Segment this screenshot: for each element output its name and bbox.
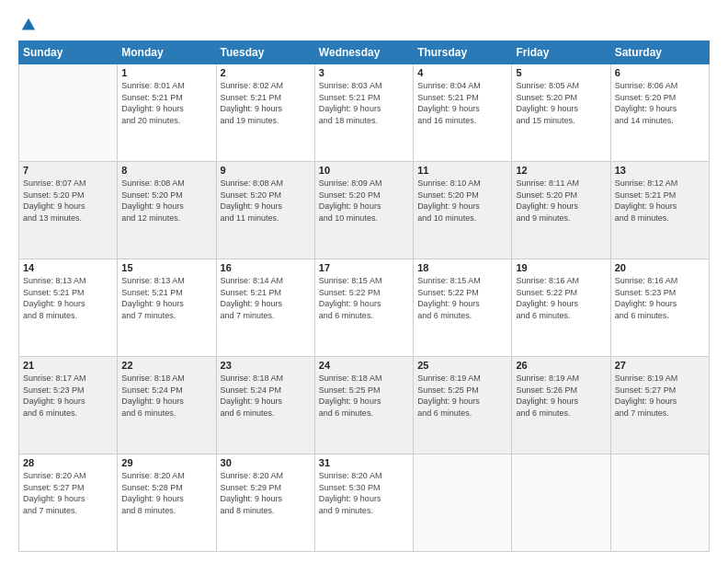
day-number: 10 [319, 165, 409, 176]
calendar-week-row: 14Sunrise: 8:13 AMSunset: 5:21 PMDayligh… [19, 259, 710, 357]
day-number: 26 [516, 360, 606, 371]
day-number: 16 [221, 262, 311, 273]
day-number: 8 [121, 165, 211, 176]
day-number: 18 [417, 262, 507, 273]
calendar-cell: 19Sunrise: 8:16 AMSunset: 5:22 PMDayligh… [512, 259, 610, 357]
day-number: 25 [417, 360, 507, 371]
col-sunday: Sunday [19, 41, 118, 64]
day-info: Sunrise: 8:19 AMSunset: 5:27 PMDaylight:… [615, 373, 705, 419]
calendar-cell: 3Sunrise: 8:03 AMSunset: 5:21 PMDaylight… [314, 64, 413, 162]
day-number: 30 [221, 457, 311, 468]
calendar-cell: 12Sunrise: 8:11 AMSunset: 5:20 PMDayligh… [512, 162, 610, 259]
day-number: 4 [417, 67, 507, 78]
calendar-cell: 23Sunrise: 8:18 AMSunset: 5:24 PMDayligh… [216, 357, 314, 454]
day-number: 9 [221, 165, 311, 176]
calendar-cell: 2Sunrise: 8:02 AMSunset: 5:21 PMDaylight… [216, 64, 314, 162]
day-number: 17 [319, 262, 409, 273]
calendar-week-row: 1Sunrise: 8:01 AMSunset: 5:21 PMDaylight… [19, 64, 710, 162]
day-info: Sunrise: 8:09 AMSunset: 5:20 PMDaylight:… [319, 178, 409, 224]
day-info: Sunrise: 8:20 AMSunset: 5:28 PMDaylight:… [121, 470, 211, 516]
day-number: 7 [23, 165, 113, 176]
day-info: Sunrise: 8:20 AMSunset: 5:29 PMDaylight:… [221, 470, 311, 516]
calendar-cell: 8Sunrise: 8:08 AMSunset: 5:20 PMDaylight… [118, 162, 216, 259]
day-number: 24 [319, 360, 409, 371]
calendar-cell: 7Sunrise: 8:07 AMSunset: 5:20 PMDaylight… [19, 162, 118, 259]
calendar-cell: 22Sunrise: 8:18 AMSunset: 5:24 PMDayligh… [118, 357, 216, 454]
calendar-cell: 27Sunrise: 8:19 AMSunset: 5:27 PMDayligh… [610, 357, 709, 454]
day-number: 20 [615, 262, 705, 273]
calendar-cell: 21Sunrise: 8:17 AMSunset: 5:23 PMDayligh… [19, 357, 118, 454]
day-info: Sunrise: 8:01 AMSunset: 5:21 PMDaylight:… [121, 80, 211, 126]
day-number: 3 [319, 67, 409, 78]
calendar-cell: 4Sunrise: 8:04 AMSunset: 5:21 PMDaylight… [414, 64, 512, 162]
logo [18, 17, 37, 31]
col-saturday: Saturday [610, 41, 709, 64]
day-info: Sunrise: 8:18 AMSunset: 5:24 PMDaylight:… [121, 373, 211, 419]
day-number: 14 [23, 262, 113, 273]
day-number: 6 [615, 67, 705, 78]
header [18, 17, 710, 31]
calendar-cell: 24Sunrise: 8:18 AMSunset: 5:25 PMDayligh… [314, 357, 413, 454]
day-info: Sunrise: 8:11 AMSunset: 5:20 PMDaylight:… [516, 178, 606, 224]
svg-marker-0 [22, 18, 35, 30]
calendar-cell [414, 454, 512, 552]
calendar-cell: 15Sunrise: 8:13 AMSunset: 5:21 PMDayligh… [118, 259, 216, 357]
calendar-cell: 14Sunrise: 8:13 AMSunset: 5:21 PMDayligh… [19, 259, 118, 357]
day-info: Sunrise: 8:13 AMSunset: 5:21 PMDaylight:… [23, 275, 113, 321]
day-info: Sunrise: 8:19 AMSunset: 5:26 PMDaylight:… [516, 373, 606, 419]
day-info: Sunrise: 8:08 AMSunset: 5:20 PMDaylight:… [221, 178, 311, 224]
calendar-week-row: 7Sunrise: 8:07 AMSunset: 5:20 PMDaylight… [19, 162, 710, 259]
day-info: Sunrise: 8:14 AMSunset: 5:21 PMDaylight:… [221, 275, 311, 321]
day-info: Sunrise: 8:17 AMSunset: 5:23 PMDaylight:… [23, 373, 113, 419]
day-number: 23 [221, 360, 311, 371]
day-info: Sunrise: 8:03 AMSunset: 5:21 PMDaylight:… [319, 80, 409, 126]
calendar-cell: 25Sunrise: 8:19 AMSunset: 5:25 PMDayligh… [414, 357, 512, 454]
calendar-cell: 26Sunrise: 8:19 AMSunset: 5:26 PMDayligh… [512, 357, 610, 454]
day-number: 31 [319, 457, 409, 468]
calendar-cell: 18Sunrise: 8:15 AMSunset: 5:22 PMDayligh… [414, 259, 512, 357]
day-info: Sunrise: 8:04 AMSunset: 5:21 PMDaylight:… [417, 80, 507, 126]
calendar-table: Sunday Monday Tuesday Wednesday Thursday… [18, 40, 710, 552]
day-info: Sunrise: 8:20 AMSunset: 5:30 PMDaylight:… [319, 470, 409, 516]
calendar-cell: 30Sunrise: 8:20 AMSunset: 5:29 PMDayligh… [216, 454, 314, 552]
day-number: 22 [121, 360, 211, 371]
logo-icon [20, 17, 37, 33]
calendar-cell [610, 454, 709, 552]
day-number: 5 [516, 67, 606, 78]
day-info: Sunrise: 8:16 AMSunset: 5:23 PMDaylight:… [615, 275, 705, 321]
calendar-cell: 20Sunrise: 8:16 AMSunset: 5:23 PMDayligh… [610, 259, 709, 357]
day-number: 27 [615, 360, 705, 371]
calendar-cell: 5Sunrise: 8:05 AMSunset: 5:20 PMDaylight… [512, 64, 610, 162]
calendar-cell: 10Sunrise: 8:09 AMSunset: 5:20 PMDayligh… [314, 162, 413, 259]
day-info: Sunrise: 8:12 AMSunset: 5:21 PMDaylight:… [615, 178, 705, 224]
day-info: Sunrise: 8:18 AMSunset: 5:24 PMDaylight:… [221, 373, 311, 419]
day-info: Sunrise: 8:16 AMSunset: 5:22 PMDaylight:… [516, 275, 606, 321]
col-monday: Monday [118, 41, 216, 64]
day-info: Sunrise: 8:05 AMSunset: 5:20 PMDaylight:… [516, 80, 606, 126]
day-info: Sunrise: 8:06 AMSunset: 5:20 PMDaylight:… [615, 80, 705, 126]
day-number: 2 [221, 67, 311, 78]
calendar-cell: 1Sunrise: 8:01 AMSunset: 5:21 PMDaylight… [118, 64, 216, 162]
calendar-cell: 9Sunrise: 8:08 AMSunset: 5:20 PMDaylight… [216, 162, 314, 259]
day-number: 28 [23, 457, 113, 468]
day-info: Sunrise: 8:10 AMSunset: 5:20 PMDaylight:… [417, 178, 507, 224]
day-info: Sunrise: 8:08 AMSunset: 5:20 PMDaylight:… [121, 178, 211, 224]
day-info: Sunrise: 8:20 AMSunset: 5:27 PMDaylight:… [23, 470, 113, 516]
day-number: 11 [417, 165, 507, 176]
col-thursday: Thursday [414, 41, 512, 64]
day-info: Sunrise: 8:07 AMSunset: 5:20 PMDaylight:… [23, 178, 113, 224]
day-number: 19 [516, 262, 606, 273]
day-number: 21 [23, 360, 113, 371]
day-info: Sunrise: 8:13 AMSunset: 5:21 PMDaylight:… [121, 275, 211, 321]
day-number: 15 [121, 262, 211, 273]
calendar-cell [512, 454, 610, 552]
page: Sunday Monday Tuesday Wednesday Thursday… [0, 0, 728, 563]
day-info: Sunrise: 8:19 AMSunset: 5:25 PMDaylight:… [417, 373, 507, 419]
calendar-cell: 16Sunrise: 8:14 AMSunset: 5:21 PMDayligh… [216, 259, 314, 357]
calendar-cell: 31Sunrise: 8:20 AMSunset: 5:30 PMDayligh… [314, 454, 413, 552]
calendar-cell: 6Sunrise: 8:06 AMSunset: 5:20 PMDaylight… [610, 64, 709, 162]
day-info: Sunrise: 8:15 AMSunset: 5:22 PMDaylight:… [417, 275, 507, 321]
calendar-cell: 13Sunrise: 8:12 AMSunset: 5:21 PMDayligh… [610, 162, 709, 259]
day-number: 29 [121, 457, 211, 468]
day-number: 1 [121, 67, 211, 78]
